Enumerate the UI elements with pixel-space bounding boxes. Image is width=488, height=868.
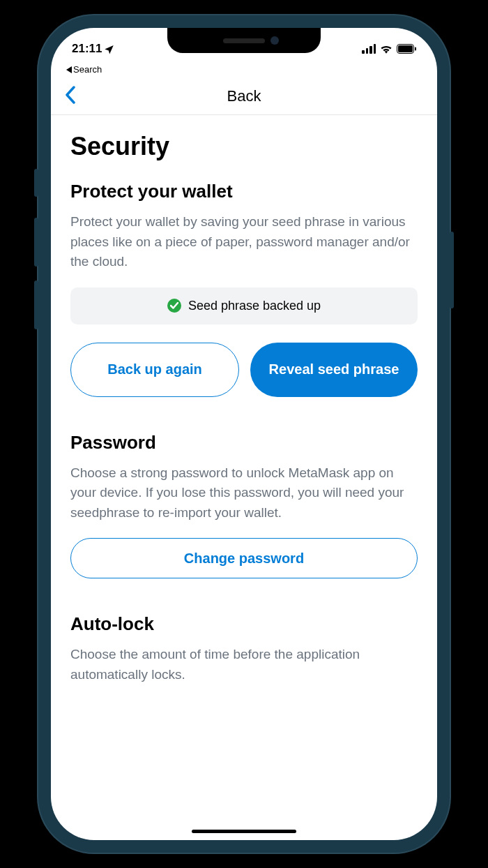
password-description: Choose a strong password to unlock MetaM… [70,463,418,523]
backup-again-label: Back up again [107,361,202,378]
change-password-button[interactable]: Change password [70,538,418,578]
reveal-seed-phrase-label: Reveal seed phrase [269,361,399,378]
back-to-app-label: Search [73,64,102,75]
backup-again-button[interactable]: Back up again [70,343,239,397]
protect-heading: Protect your wallet [70,181,418,202]
svg-rect-1 [398,45,413,52]
device-front-camera [270,36,279,45]
screen: 21:11 Search Back Security [51,28,437,840]
svg-rect-2 [415,47,416,51]
chevron-left-icon [65,86,76,104]
phone-device-frame: 21:11 Search Back Security [38,15,450,853]
device-speaker [223,38,265,43]
device-notch [167,28,321,53]
back-triangle-icon [66,66,72,73]
device-silent-switch [34,169,38,197]
nav-title: Back [227,87,261,105]
change-password-label: Change password [184,551,304,567]
status-bar-left: 21:11 [72,42,114,56]
protect-description: Protect your wallet by saving your seed … [70,212,418,272]
nav-back-button[interactable] [65,85,76,107]
autolock-section: Auto-lock Choose the amount of time befo… [70,613,418,684]
status-bar-right [362,44,416,54]
seed-backup-status-badge: Seed phrase backed up [70,287,418,324]
location-arrow-icon [104,44,114,54]
autolock-heading: Auto-lock [70,613,418,635]
navigation-bar: Back [51,77,437,115]
device-power-button [450,232,454,308]
device-volume-up [34,218,38,267]
battery-icon [397,44,416,54]
autolock-description: Choose the amount of time before the app… [70,645,418,684]
password-heading: Password [70,432,418,454]
seed-backup-status-text: Seed phrase backed up [188,299,321,313]
protect-wallet-section: Protect your wallet Protect your wallet … [70,181,418,397]
device-volume-down [34,280,38,329]
page-title: Security [70,132,418,161]
home-indicator[interactable] [192,830,296,833]
check-circle-icon [167,299,181,313]
cellular-signal-icon [362,44,376,54]
status-time: 21:11 [72,42,102,56]
page-content: Security Protect your wallet Protect you… [51,115,437,717]
password-section: Password Choose a strong password to unl… [70,432,418,579]
protect-button-row: Back up again Reveal seed phrase [70,343,418,397]
back-to-app-link[interactable]: Search [51,64,437,77]
reveal-seed-phrase-button[interactable]: Reveal seed phrase [250,343,418,397]
wifi-icon [380,44,392,54]
